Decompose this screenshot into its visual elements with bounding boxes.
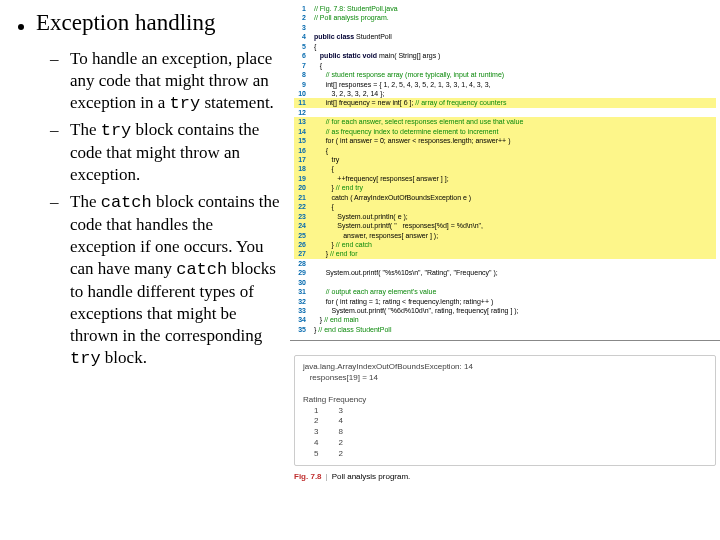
line-number: 12 bbox=[294, 108, 314, 117]
code-line: 7 { bbox=[294, 61, 716, 70]
code-line: 25 answer, responses[ answer ] ); bbox=[294, 231, 716, 240]
code-line: 27 } // end for bbox=[294, 249, 716, 258]
bullet-list: – To handle an exception, place any code… bbox=[18, 48, 280, 370]
line-number: 10 bbox=[294, 89, 314, 98]
list-item-text: The catch block contains the code that h… bbox=[70, 191, 280, 371]
code-line: 20 } // end try bbox=[294, 183, 716, 192]
code-text: public class StudentPoll bbox=[314, 32, 392, 41]
program-output: java.lang.ArrayIndexOutOfBoundsException… bbox=[294, 355, 716, 466]
line-number: 27 bbox=[294, 249, 314, 258]
code-line: 3 bbox=[294, 23, 716, 32]
code-text: } // end main bbox=[314, 315, 359, 324]
line-number: 15 bbox=[294, 136, 314, 145]
code-text: } // end try bbox=[314, 183, 363, 192]
list-item: – The try block contains the code that m… bbox=[50, 119, 280, 186]
code-line: 2// Poll analysis program. bbox=[294, 13, 716, 22]
list-item-text: The try block contains the code that mig… bbox=[70, 119, 280, 186]
code-listing: 1// Fig. 7.8: StudentPoll.java2// Poll a… bbox=[290, 0, 720, 341]
code-text: // as frequency index to determine eleme… bbox=[314, 127, 498, 136]
code-text: System.out.printf( " responses[%d] = %d\… bbox=[314, 221, 483, 230]
slide: Exception handling – To handle an except… bbox=[0, 0, 720, 540]
code-line: 26 } // end catch bbox=[294, 240, 716, 249]
code-text: int[] frequency = new int[ 6 ]; // array… bbox=[314, 98, 506, 107]
code-line: 4public class StudentPoll bbox=[294, 32, 716, 41]
line-number: 34 bbox=[294, 315, 314, 324]
code-line: 14 // as frequency index to determine el… bbox=[294, 127, 716, 136]
code-line: 6 public static void main( String[] args… bbox=[294, 51, 716, 60]
code-text: ++frequency[ responses[ answer ] ]; bbox=[314, 174, 449, 183]
code-text: public static void main( String[] args ) bbox=[314, 51, 440, 60]
line-number: 9 bbox=[294, 80, 314, 89]
code-line: 9 int[] responses = { 1, 2, 5, 4, 3, 5, … bbox=[294, 80, 716, 89]
dash-icon: – bbox=[50, 48, 70, 115]
line-number: 30 bbox=[294, 278, 314, 287]
line-number: 7 bbox=[294, 61, 314, 70]
code-line: 17 try bbox=[294, 155, 716, 164]
list-item: – The catch block contains the code that… bbox=[50, 191, 280, 371]
code-text: for ( int rating = 1; rating < frequency… bbox=[314, 297, 493, 306]
line-number: 28 bbox=[294, 259, 314, 268]
code-text bbox=[314, 259, 316, 268]
right-column: 1// Fig. 7.8: StudentPoll.java2// Poll a… bbox=[290, 0, 720, 540]
code-line: 23 System.out.println( e ); bbox=[294, 212, 716, 221]
dash-icon: – bbox=[50, 119, 70, 186]
line-number: 5 bbox=[294, 42, 314, 51]
line-number: 33 bbox=[294, 306, 314, 315]
line-number: 4 bbox=[294, 32, 314, 41]
code-text: System.out.println( e ); bbox=[314, 212, 408, 221]
line-number: 3 bbox=[294, 23, 314, 32]
separator-icon: | bbox=[322, 472, 332, 481]
code-text: // Fig. 7.8: StudentPoll.java bbox=[314, 4, 398, 13]
figure-caption: Fig. 7.8|Poll analysis program. bbox=[294, 472, 716, 481]
line-number: 17 bbox=[294, 155, 314, 164]
left-column: Exception handling – To handle an except… bbox=[0, 0, 290, 540]
code-text: int[] responses = { 1, 2, 5, 4, 3, 5, 2,… bbox=[314, 80, 490, 89]
line-number: 22 bbox=[294, 202, 314, 211]
code-text bbox=[314, 108, 316, 117]
code-line: 1// Fig. 7.8: StudentPoll.java bbox=[294, 4, 716, 13]
line-number: 18 bbox=[294, 164, 314, 173]
code-line: 34 } // end main bbox=[294, 315, 716, 324]
line-number: 23 bbox=[294, 212, 314, 221]
line-number: 1 bbox=[294, 4, 314, 13]
code-text: answer, responses[ answer ] ); bbox=[314, 231, 438, 240]
code-line: 11 int[] frequency = new int[ 6 ]; // ar… bbox=[294, 98, 716, 107]
line-number: 16 bbox=[294, 146, 314, 155]
code-text: // Poll analysis program. bbox=[314, 13, 389, 22]
line-number: 8 bbox=[294, 70, 314, 79]
code-line: 22 { bbox=[294, 202, 716, 211]
list-item-text: To handle an exception, place any code t… bbox=[70, 48, 280, 115]
line-number: 31 bbox=[294, 287, 314, 296]
title-row: Exception handling bbox=[18, 10, 280, 36]
code-line: 28 bbox=[294, 259, 716, 268]
code-text: // student response array (more typicall… bbox=[314, 70, 504, 79]
code-line: 18 { bbox=[294, 164, 716, 173]
code-text bbox=[314, 23, 316, 32]
line-number: 21 bbox=[294, 193, 314, 202]
code-text: try bbox=[314, 155, 339, 164]
bullet-icon bbox=[18, 24, 24, 30]
line-number: 14 bbox=[294, 127, 314, 136]
line-number: 13 bbox=[294, 117, 314, 126]
code-line: 31 // output each array element's value bbox=[294, 287, 716, 296]
code-text: 3, 2, 3, 3, 2, 14 }; bbox=[314, 89, 384, 98]
code-line: 16 { bbox=[294, 146, 716, 155]
code-text: { bbox=[314, 42, 316, 51]
code-text: // output each array element's value bbox=[314, 287, 436, 296]
dash-icon: – bbox=[50, 191, 70, 371]
code-line: 10 3, 2, 3, 3, 2, 14 }; bbox=[294, 89, 716, 98]
line-number: 35 bbox=[294, 325, 314, 334]
code-line: 15 for ( int answer = 0; answer < respon… bbox=[294, 136, 716, 145]
code-text: for ( int answer = 0; answer < responses… bbox=[314, 136, 511, 145]
line-number: 24 bbox=[294, 221, 314, 230]
code-line: 24 System.out.printf( " responses[%d] = … bbox=[294, 221, 716, 230]
code-text: // for each answer, select responses ele… bbox=[314, 117, 523, 126]
list-item: – To handle an exception, place any code… bbox=[50, 48, 280, 115]
line-number: 19 bbox=[294, 174, 314, 183]
line-number: 11 bbox=[294, 98, 314, 107]
code-line: 33 System.out.printf( "%6d%10d\n", ratin… bbox=[294, 306, 716, 315]
code-text: catch ( ArrayIndexOutOfBoundsException e… bbox=[314, 193, 471, 202]
figure-caption-text: Poll analysis program. bbox=[332, 472, 411, 481]
code-line: 29 System.out.printf( "%s%10s\n", "Ratin… bbox=[294, 268, 716, 277]
code-text: { bbox=[314, 61, 322, 70]
